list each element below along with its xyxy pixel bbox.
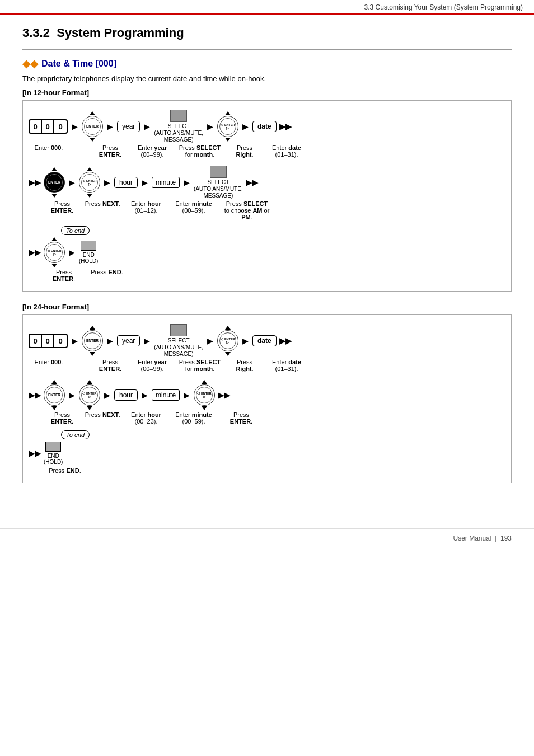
dbl-arrow-1: ▶▶ [279,122,292,131]
dbl-arrow-2: ▶▶ [29,178,41,187]
page-number: 193 [500,534,512,542]
arrow5: ▶ [242,122,249,131]
minute-box-24: minute [152,389,180,401]
arrow6: ▶ [69,178,75,187]
select-block-1: SELECT(AUTO ANS/MUTE,MESSAGE) [154,110,203,143]
footer-label: User Manual [453,534,491,542]
dbl-arrow-4: ▶▶ [29,248,41,257]
arrow1: ▶ [72,122,78,131]
select-block-2: SELECT(AUTO ANS/MUTE,MESSAGE) [194,166,243,199]
digits-000-12h: 0 0 0 [29,119,68,134]
dbl-arrow-3: ▶▶ [246,178,258,187]
arrow7: ▶ [104,178,110,187]
digits-000-24h: 0 0 0 [29,334,68,348]
enter-btn-24-5: ◁ ENTER ▷ [194,380,215,410]
select-block-24-1: SELECT(AUTO ANS/MUTE,MESSAGE) [154,324,203,358]
section-title: 3.3.2 System Programming [22,26,512,40]
diagram-12hour: 0 0 0 ▶ ENTER ▶ year [22,100,512,292]
format24-label: [In 24-hour Format] [22,303,512,311]
enter-btn-24-1: ENTER [82,326,103,356]
to-end-bubble-24h: To end [61,430,90,439]
section-ref: 3.3 Customising Your System (System Prog… [364,3,523,11]
to-end-bubble-12h: To end [61,226,90,235]
arrow8: ▶ [142,178,148,187]
diamond-icon: ◆◆ [22,58,38,70]
enter-btn-24-2: ◁ ENTER ▷ [217,326,238,356]
arrow10: ▶ [69,248,75,257]
arrow2: ▶ [107,122,113,131]
arrow4: ▶ [207,122,213,131]
date-box-1: date [252,121,277,132]
arrow3: ▶ [144,122,150,131]
date-box-24: date [252,335,277,346]
enter-btn-2: ◁ ENTER ▷ [217,111,238,142]
arrow9: ▶ [184,178,190,187]
top-bar: 3.3 Customising Your System (System Prog… [0,0,534,15]
year-box: year [117,121,140,132]
subsection-title: ◆◆ Date & Time [000] [22,58,512,70]
enter-btn-4: ◁ ENTER ▷ [79,167,100,198]
end-hold-block: END(HOLD) [79,241,98,264]
end-hold-block-24: END(HOLD) [44,442,63,465]
page-footer: User Manual | 193 [0,528,534,548]
format12-label: [In 12-hour Format] [22,88,512,97]
enter-btn-3-dark: ENTER [44,167,65,198]
enter-btn-24-3: ENTER [44,380,65,410]
enter-btn-24-4: ◁ ENTER ▷ [79,380,100,410]
hour-box-1: hour [114,177,138,188]
description: The proprietary telephones display the c… [22,74,512,83]
minute-box-1: minute [152,177,180,188]
hour-box-24: hour [114,389,138,401]
diagram-24hour: 0 0 0 ▶ ENTER ▶ [22,314,512,483]
enter-btn-1: ENTER [82,111,103,142]
enter-btn-5: ◁ ENTER ▷ [44,237,65,267]
year-box-24: year [117,335,140,346]
